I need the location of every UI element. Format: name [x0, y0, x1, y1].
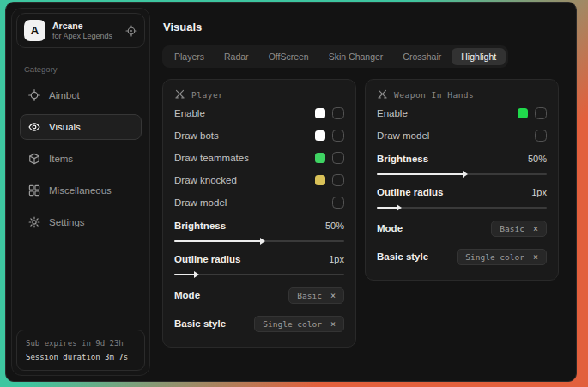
- setting-row-draw-model: Draw model: [174, 191, 344, 214]
- setting-controls: [315, 152, 344, 164]
- slider-value: 50%: [325, 221, 344, 231]
- tag-label: Basic: [297, 291, 322, 300]
- setting-label: Mode: [174, 290, 200, 300]
- tag-label: Single color: [263, 319, 322, 329]
- crossed-swords-icon: [377, 88, 388, 100]
- setting-row-enable: Enable: [174, 102, 344, 124]
- app-name: Arcane: [52, 21, 112, 31]
- color-swatch[interactable]: [315, 153, 325, 163]
- setting-row-outline-radius: Outline radius1px: [377, 183, 547, 202]
- remove-icon[interactable]: ×: [533, 252, 538, 262]
- slider-value: 1px: [329, 254, 344, 264]
- remove-icon[interactable]: ×: [330, 291, 336, 300]
- tag-basic[interactable]: Basic×: [288, 287, 344, 304]
- tab-skin-changer[interactable]: Skin Changer: [319, 48, 393, 65]
- setting-controls: [535, 130, 547, 142]
- setting-controls: [315, 174, 344, 186]
- sidebar-item-label: Visuals: [49, 122, 81, 132]
- subscription-info: Sub expires in 9d 23h Session duration 3…: [16, 330, 145, 371]
- checkbox[interactable]: [332, 107, 344, 119]
- remove-icon[interactable]: ×: [533, 224, 538, 233]
- panel-header: Weapon In Hands: [377, 88, 547, 100]
- panel-header: Player: [174, 88, 344, 100]
- app-window: A Arcane for Apex Legends Category Aimbo…: [5, 2, 577, 382]
- sidebar-item-settings[interactable]: Settings: [20, 209, 142, 235]
- tag-label: Single color: [465, 252, 524, 262]
- slider-fill: [377, 173, 465, 175]
- setting-label: Brightness: [174, 221, 226, 231]
- sidebar-item-list: AimbotVisualsItemsMiscellaneousSettings: [20, 82, 142, 235]
- slider[interactable]: [174, 274, 344, 275]
- setting-row-draw-bots: Draw bots: [174, 124, 344, 147]
- setting-label: Enable: [174, 108, 205, 118]
- tab-players[interactable]: Players: [165, 48, 214, 65]
- grid-icon: [28, 184, 40, 197]
- tab-bar: PlayersRadarOffScreenSkin ChangerCrossha…: [162, 45, 508, 68]
- sidebar: A Arcane for Apex Legends Category Aimbo…: [11, 8, 150, 376]
- slider[interactable]: [377, 173, 547, 175]
- remove-icon[interactable]: ×: [330, 319, 336, 329]
- color-swatch[interactable]: [518, 108, 528, 118]
- slider[interactable]: [174, 240, 344, 242]
- setting-label: Draw knocked: [174, 175, 237, 185]
- tag-basic[interactable]: Basic×: [491, 221, 547, 237]
- sidebar-item-items[interactable]: Items: [20, 146, 142, 172]
- tab-crosshair[interactable]: Crosshair: [393, 48, 451, 65]
- checkbox[interactable]: [535, 107, 547, 119]
- color-swatch[interactable]: [315, 108, 325, 118]
- sidebar-item-aimbot[interactable]: Aimbot: [20, 82, 142, 108]
- slider[interactable]: [377, 207, 547, 209]
- tab-radar[interactable]: Radar: [215, 48, 258, 65]
- setting-row-mode: ModeBasic×: [174, 283, 344, 307]
- checkbox[interactable]: [332, 130, 344, 142]
- target-icon[interactable]: [125, 25, 137, 37]
- setting-label: Mode: [377, 223, 403, 233]
- setting-controls: [315, 107, 344, 119]
- color-swatch[interactable]: [315, 175, 325, 185]
- checkbox[interactable]: [332, 152, 344, 164]
- setting-label: Draw teammates: [174, 153, 249, 163]
- crossed-swords-icon: [174, 88, 185, 100]
- slider-thumb[interactable]: [463, 171, 468, 178]
- session-duration-text: Session duration 3m 7s: [26, 350, 136, 364]
- app-titles: Arcane for Apex Legends: [52, 21, 112, 40]
- setting-controls: [315, 130, 344, 142]
- setting-controls: [332, 197, 344, 209]
- app-logo: A: [24, 20, 45, 41]
- tag-single-color[interactable]: Single color×: [457, 249, 547, 265]
- tab-offscreen[interactable]: OffScreen: [259, 48, 318, 65]
- app-logo-letter: A: [31, 24, 39, 37]
- app-subtitle: for Apex Legends: [52, 32, 112, 40]
- sidebar-item-visuals[interactable]: Visuals: [20, 114, 142, 140]
- package-icon: [28, 153, 40, 165]
- tab-highlight[interactable]: Highlight: [452, 48, 506, 65]
- sidebar-item-label: Miscellaneous: [49, 185, 112, 196]
- checkbox[interactable]: [332, 174, 344, 186]
- gear-icon: [28, 216, 40, 228]
- setting-row-draw-knocked: Draw knocked: [174, 169, 344, 191]
- tag-label: Basic: [500, 224, 524, 233]
- setting-label: Draw model: [174, 197, 227, 208]
- main-content: Visuals PlayersRadarOffScreenSkin Change…: [150, 8, 571, 376]
- checkbox[interactable]: [535, 130, 547, 142]
- slider-thumb[interactable]: [397, 204, 402, 211]
- setting-row-outline-radius: Outline radius1px: [174, 250, 344, 269]
- setting-row-brightness: Brightness50%: [377, 149, 547, 168]
- tag-single-color[interactable]: Single color×: [254, 316, 344, 332]
- slider-thumb[interactable]: [194, 271, 199, 278]
- sidebar-header: A Arcane for Apex Legends: [16, 13, 145, 48]
- panel-player: PlayerEnableDraw botsDraw teammatesDraw …: [162, 79, 356, 348]
- slider-thumb[interactable]: [260, 238, 265, 245]
- setting-label: Draw model: [377, 130, 429, 141]
- slider-value: 1px: [531, 187, 547, 197]
- sidebar-item-miscellaneous[interactable]: Miscellaneous: [20, 178, 142, 203]
- crosshair-icon: [28, 89, 40, 101]
- setting-row-basic-style: Basic styleSingle color×: [377, 245, 547, 269]
- checkbox[interactable]: [332, 197, 344, 209]
- sidebar-item-label: Items: [49, 154, 73, 164]
- category-label: Category: [24, 64, 142, 74]
- color-swatch[interactable]: [315, 130, 325, 141]
- setting-label: Draw bots: [174, 130, 219, 141]
- panel-title: Player: [191, 89, 223, 100]
- slider-fill: [174, 240, 263, 242]
